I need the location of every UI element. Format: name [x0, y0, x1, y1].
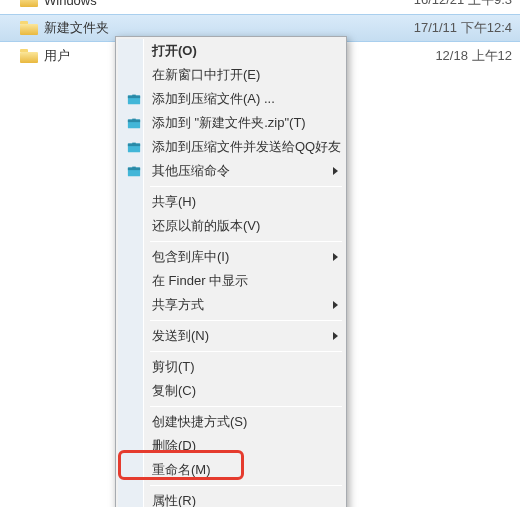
menu-separator [150, 320, 342, 321]
folder-date: 12/18 上午12 [435, 47, 516, 65]
archive-icon [124, 116, 144, 130]
chevron-right-icon [333, 253, 338, 261]
menu-label: 创建快捷方式(S) [152, 413, 247, 431]
svg-rect-8 [132, 143, 136, 145]
menu-open[interactable]: 打开(O) [120, 39, 344, 63]
folder-icon [20, 49, 38, 63]
archive-icon [124, 140, 144, 154]
svg-rect-5 [132, 119, 136, 121]
menu-label: 其他压缩命令 [152, 162, 230, 180]
menu-label: 共享(H) [152, 193, 196, 211]
menu-label: 在新窗口中打开(E) [152, 66, 260, 84]
menu-separator [150, 186, 342, 187]
menu-label: 共享方式 [152, 296, 204, 314]
menu-label: 还原以前的版本(V) [152, 217, 260, 235]
folder-name: Windows [44, 0, 414, 8]
menu-label: 属性(R) [152, 492, 196, 507]
menu-open-new-window[interactable]: 在新窗口中打开(E) [120, 63, 344, 87]
folder-icon [20, 0, 38, 7]
menu-properties[interactable]: 属性(R) [120, 489, 344, 507]
menu-label: 包含到库中(I) [152, 248, 229, 266]
menu-label: 添加到压缩文件(A) ... [152, 90, 275, 108]
menu-add-send-qq[interactable]: 添加到压缩文件并发送给QQ好友 [120, 135, 344, 159]
menu-show-in-finder[interactable]: 在 Finder 中显示 [120, 269, 344, 293]
menu-label: 在 Finder 中显示 [152, 272, 248, 290]
menu-rename[interactable]: 重命名(M) [120, 458, 344, 482]
menu-separator [150, 351, 342, 352]
menu-add-to-archive[interactable]: 添加到压缩文件(A) ... [120, 87, 344, 111]
svg-rect-2 [132, 95, 136, 97]
menu-add-to-zip[interactable]: 添加到 "新建文件夹.zip"(T) [120, 111, 344, 135]
menu-label: 打开(O) [152, 42, 197, 60]
chevron-right-icon [333, 167, 338, 175]
menu-label: 添加到 "新建文件夹.zip"(T) [152, 114, 306, 132]
archive-icon [124, 92, 144, 106]
menu-label: 剪切(T) [152, 358, 195, 376]
menu-restore-previous[interactable]: 还原以前的版本(V) [120, 214, 344, 238]
context-menu: 打开(O) 在新窗口中打开(E) 添加到压缩文件(A) ... 添加到 "新建文… [115, 36, 347, 507]
folder-date: 17/1/11 下午12:4 [414, 19, 516, 37]
menu-cut[interactable]: 剪切(T) [120, 355, 344, 379]
menu-label: 复制(C) [152, 382, 196, 400]
menu-create-shortcut[interactable]: 创建快捷方式(S) [120, 410, 344, 434]
menu-label: 发送到(N) [152, 327, 209, 345]
menu-separator [150, 241, 342, 242]
folder-name: 新建文件夹 [44, 19, 414, 37]
svg-rect-11 [132, 167, 136, 169]
menu-copy[interactable]: 复制(C) [120, 379, 344, 403]
menu-label: 添加到压缩文件并发送给QQ好友 [152, 138, 341, 156]
chevron-right-icon [333, 301, 338, 309]
folder-row-windows[interactable]: Windows 16/12/21 上午9:3 [0, 0, 520, 14]
chevron-right-icon [333, 332, 338, 340]
menu-send-to[interactable]: 发送到(N) [120, 324, 344, 348]
archive-icon [124, 164, 144, 178]
menu-separator [150, 485, 342, 486]
menu-share-with[interactable]: 共享方式 [120, 293, 344, 317]
menu-share[interactable]: 共享(H) [120, 190, 344, 214]
menu-label: 删除(D) [152, 437, 196, 455]
menu-include-in-library[interactable]: 包含到库中(I) [120, 245, 344, 269]
menu-other-compress[interactable]: 其他压缩命令 [120, 159, 344, 183]
folder-date: 16/12/21 上午9:3 [414, 0, 516, 9]
menu-separator [150, 406, 342, 407]
menu-delete[interactable]: 删除(D) [120, 434, 344, 458]
folder-icon [20, 21, 38, 35]
menu-label: 重命名(M) [152, 461, 211, 479]
